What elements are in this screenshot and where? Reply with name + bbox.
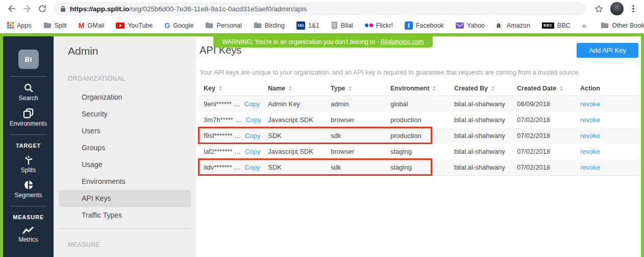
cell-created-date: 07/02/2018: [511, 132, 575, 139]
bookmark-split[interactable]: Split: [43, 22, 67, 29]
cell-environment: production: [385, 116, 449, 124]
cell-created-by: bilal.al-shahwany: [449, 148, 511, 155]
sidebar-item-segments[interactable]: Segments: [14, 179, 42, 199]
gmail-icon: M: [79, 21, 85, 30]
sort-icon[interactable]: [219, 86, 222, 91]
cell-created-by: bilal.al-shahwany: [449, 163, 511, 171]
sort-icon[interactable]: [289, 86, 292, 91]
bookmark-birding[interactable]: Birding: [254, 22, 285, 29]
cell-name: Javascript SDK: [262, 116, 325, 124]
sidebar-section-target: TARGET: [16, 143, 41, 149]
nav-item-traffic-types[interactable]: Traffic Types: [59, 207, 191, 224]
sidebar-item-metrics[interactable]: Metrics: [18, 226, 38, 243]
cell-created-date: 08/09/2018: [511, 100, 575, 108]
bookmark-yahoo[interactable]: Yahoo: [456, 22, 485, 29]
forward-button[interactable]: [19, 1, 35, 16]
section-heading-organizational: ORGANIZATIONAL: [68, 75, 196, 82]
sort-icon[interactable]: [349, 86, 352, 91]
bookmarks-overflow-icon[interactable]: »: [582, 21, 586, 30]
back-button[interactable]: [4, 1, 19, 16]
browser-profile-avatar[interactable]: [610, 2, 624, 15]
bookmark-apps[interactable]: Apps: [7, 22, 32, 29]
column-header-created-by[interactable]: Created By: [449, 85, 511, 92]
revoke-link[interactable]: revoke: [580, 132, 600, 139]
revoke-link[interactable]: revoke: [580, 148, 600, 155]
nav-item-organization[interactable]: Organization: [59, 89, 191, 106]
table-row: laf2******* …Copy Javascript SDK browser…: [198, 144, 640, 159]
cell-key: 3m7h***** …Copy: [198, 116, 262, 124]
url-path: /org/025b6d00-7e36-11e8-9a1c-0acd31e5aef…: [129, 5, 307, 13]
nav-item-usage[interactable]: Usage: [59, 156, 191, 173]
cell-created-date: 07/02/2018: [511, 116, 575, 124]
column-header-name[interactable]: Name: [262, 85, 325, 92]
oneandone-icon: 1&1: [296, 21, 305, 30]
copy-link[interactable]: Copy: [244, 100, 260, 108]
other-bookmarks[interactable]: Other Bookmarks: [601, 22, 644, 29]
sidebar-item-label: Segments: [14, 192, 42, 199]
address-bar[interactable]: https://app.split.io/org/025b6d00-7e36-1…: [53, 2, 586, 15]
bookmark-amazon[interactable]: a Amazon: [497, 21, 530, 30]
cell-key: 9eni****** …Copy: [198, 100, 262, 108]
refresh-button[interactable]: [35, 1, 50, 16]
bookmark-gmail[interactable]: M GMail: [79, 21, 104, 30]
sort-icon[interactable]: [491, 86, 494, 91]
bookmark-star-button[interactable]: [591, 1, 606, 16]
nav-item-environments[interactable]: Environments: [59, 173, 191, 190]
cell-key: itdv******* …Copy: [198, 163, 262, 171]
column-header-type[interactable]: Type: [325, 85, 385, 92]
sort-icon[interactable]: [433, 86, 436, 91]
table-row: 9eni****** …Copy Admin Key admin global …: [198, 96, 640, 112]
sort-icon[interactable]: [560, 86, 563, 91]
column-label: Action: [580, 85, 600, 92]
revoke-link[interactable]: revoke: [580, 116, 600, 124]
revoke-link[interactable]: revoke: [580, 100, 600, 108]
column-label: Created Date: [517, 85, 556, 92]
copy-link[interactable]: Copy: [245, 148, 260, 155]
cell-created-by: bilal.al-shahwany: [449, 132, 511, 139]
bookmark-personal[interactable]: Personal: [205, 22, 241, 29]
cell-created-date: 07/02/2018: [511, 148, 575, 155]
revoke-link[interactable]: revoke: [580, 163, 600, 171]
bookmark-facebook[interactable]: f Facebook: [405, 21, 444, 30]
copy-link[interactable]: Copy: [245, 132, 260, 139]
column-header-key[interactable]: Key: [198, 85, 262, 92]
nav-item-groups[interactable]: Groups: [59, 139, 191, 156]
nav-item-security[interactable]: Security: [59, 106, 191, 123]
bookmark-label: Facebook: [416, 22, 444, 29]
column-header-action: Action: [575, 85, 640, 92]
sidebar-item-label: Environments: [10, 120, 47, 127]
splits-icon: [23, 154, 34, 166]
folder-icon: [601, 22, 609, 29]
user-avatar[interactable]: BI: [18, 50, 39, 69]
sidebar-item-splits[interactable]: Splits: [21, 154, 36, 174]
nav-item-users[interactable]: Users: [59, 123, 191, 139]
warning-link[interactable]: Bilalphotos.com: [381, 38, 424, 45]
nav-item-event-types[interactable]: Event Types: [59, 252, 191, 257]
warning-text: WARNING: You're in an organization you d…: [222, 38, 380, 45]
notebook-icon: [331, 21, 338, 29]
copy-link[interactable]: Copy: [245, 116, 261, 124]
column-header-created-date[interactable]: Created Date: [511, 85, 575, 92]
bookmark-label: Amazon: [507, 22, 530, 29]
column-label: Key: [204, 85, 215, 92]
browser-chrome: https://app.split.io/org/025b6d00-7e36-1…: [0, 0, 644, 33]
browser-toolbar: https://app.split.io/org/025b6d00-7e36-1…: [0, 0, 644, 17]
bookmark-bilal[interactable]: Bilal: [331, 21, 353, 29]
sidebar-item-search[interactable]: Search: [18, 82, 38, 102]
add-api-key-button[interactable]: Add API Key: [577, 43, 638, 58]
bookmark-1and1[interactable]: 1&1 1&1: [296, 21, 319, 30]
bookmark-flickr[interactable]: Flickr!: [365, 22, 393, 29]
table-header-row: Key Name Type Environment Created By Cre…: [198, 83, 640, 96]
yahoo-icon: [456, 22, 464, 29]
bookmark-google[interactable]: G Google: [164, 21, 193, 30]
copy-link[interactable]: Copy: [244, 163, 260, 171]
bookmark-bbc[interactable]: BBC BBC: [542, 22, 571, 29]
nav-item-api-keys[interactable]: API Keys: [59, 190, 191, 207]
sidebar-item-environments[interactable]: Environments: [10, 107, 47, 127]
browser-menu-button[interactable]: [628, 4, 639, 14]
column-header-environment[interactable]: Environment: [385, 85, 449, 92]
api-keys-table: Key Name Type Environment Created By Cre…: [198, 83, 640, 176]
bookmark-youtube[interactable]: YouTube: [116, 22, 153, 29]
key-value: itdv******* …: [204, 163, 240, 171]
folder-icon: [205, 22, 213, 29]
